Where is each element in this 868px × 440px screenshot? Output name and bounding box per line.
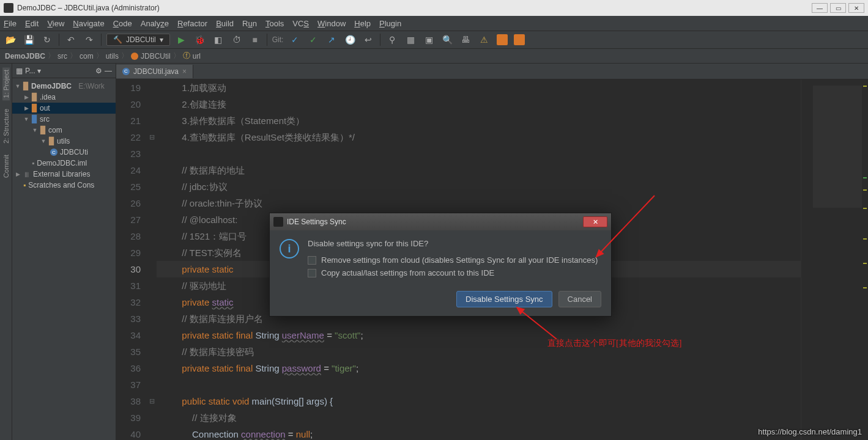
warning-icon[interactable]: ⚠ xyxy=(477,33,491,46)
toolbar: 📂 💾 ↻ ↶ ↷ 🔨 JDBCUtil ▾ ▶ 🐞 ◧ ⏱ ■ Git: ✓ … xyxy=(0,31,868,49)
tool-project[interactable]: 1: Project xyxy=(2,67,10,100)
class-file-icon: C xyxy=(50,148,57,156)
breadcrumb: DemoJDBC 〉 src 〉 com 〉 utils 〉 JDBCUtil … xyxy=(0,49,868,64)
hammer-icon: 🔨 xyxy=(113,35,122,44)
tree-src[interactable]: ▼▉ src xyxy=(12,114,116,125)
minimize-button[interactable]: — xyxy=(812,3,828,13)
screenshot-icon[interactable]: ▣ xyxy=(422,33,436,46)
menu-edit[interactable]: Edit xyxy=(25,19,39,28)
watermark: https://blog.csdn.net/daming1 xyxy=(758,427,862,436)
structure-icon[interactable]: ▦ xyxy=(404,33,417,46)
settings-sync-dialog: IDE Settings Sync ✕ i Disable settings s… xyxy=(269,213,612,317)
project-tree: ▼▉ DemoJDBC E:\Work ▶▉ .idea ▶▉ out ▼▉ s… xyxy=(12,78,116,193)
window-titlebar: DemoJDBC – JDBCUtil.java (Administrator)… xyxy=(0,0,868,16)
tool-commit[interactable]: Commit xyxy=(2,152,10,180)
left-tool-strip: 1: Project 2: Structure Commit xyxy=(0,64,12,440)
menu-code[interactable]: Code xyxy=(113,19,132,28)
breadcrumb-field[interactable]: url xyxy=(193,52,201,61)
stop-icon[interactable]: ■ xyxy=(248,33,262,46)
git-revert-icon[interactable]: ↩ xyxy=(362,33,375,46)
tree-utils[interactable]: ▼▉ utils xyxy=(12,136,116,147)
app-icon xyxy=(4,3,13,13)
gear-icon[interactable]: ⚙ xyxy=(95,67,102,75)
debug-icon[interactable]: 🐞 xyxy=(193,33,207,46)
checkbox-icon[interactable] xyxy=(308,269,316,277)
checkbox-icon[interactable] xyxy=(308,256,316,265)
tree-iml[interactable]: ▪ DemoJDBC.iml xyxy=(12,158,116,169)
tree-com[interactable]: ▼▉ com xyxy=(12,125,116,136)
menu-view[interactable]: View xyxy=(47,19,64,28)
checkbox-remove-cloud[interactable]: Remove settings from cloud (disables Set… xyxy=(308,255,601,265)
breadcrumb-utils[interactable]: utils xyxy=(106,52,119,61)
line-gutter: 1920212223242526272829303132333435363738… xyxy=(116,79,147,440)
menu-file[interactable]: File xyxy=(4,19,17,28)
redo-icon[interactable]: ↷ xyxy=(83,33,96,46)
class-icon: C xyxy=(122,68,130,75)
git-history-icon[interactable]: 🕘 xyxy=(343,33,357,46)
menu-run[interactable]: Run xyxy=(242,19,257,28)
close-tab-icon[interactable]: × xyxy=(182,67,187,76)
menu-navigate[interactable]: Navigate xyxy=(73,19,104,28)
plugin-icon-2[interactable] xyxy=(514,34,525,45)
printer-icon[interactable]: 🖶 xyxy=(459,33,472,46)
checkbox-copy-settings[interactable]: Copy actual/last settings from account t… xyxy=(308,268,601,277)
fold-column: ⊟⊟ xyxy=(147,79,157,440)
tree-root[interactable]: ▼▉ DemoJDBC E:\Work xyxy=(12,81,116,92)
profile-icon[interactable]: ⏱ xyxy=(230,33,243,46)
class-icon xyxy=(131,53,138,60)
dialog-titlebar[interactable]: IDE Settings Sync ✕ xyxy=(270,213,611,230)
menubar: File Edit View Navigate Code Analyze Ref… xyxy=(0,16,868,31)
disable-sync-button[interactable]: Disable Settings Sync xyxy=(456,291,552,307)
close-window-button[interactable]: ✕ xyxy=(848,3,864,13)
cancel-button[interactable]: Cancel xyxy=(558,291,601,307)
dialog-question: Disable settings sync for this IDE? xyxy=(308,239,601,248)
project-sidebar: ▦ P... ▾ ⚙ — ▼▉ DemoJDBC E:\Work ▶▉ .ide… xyxy=(12,64,116,440)
dialog-close-button[interactable]: ✕ xyxy=(583,216,607,227)
menu-window[interactable]: Window xyxy=(317,19,346,28)
dropdown-icon: ▾ xyxy=(160,35,163,44)
git-update-icon[interactable]: ✓ xyxy=(288,33,302,46)
breadcrumb-com[interactable]: com xyxy=(80,52,94,61)
dialog-app-icon xyxy=(273,217,283,227)
field-icon: ⓕ xyxy=(183,51,190,61)
tree-out[interactable]: ▶▉ out xyxy=(12,103,116,114)
folder-icon: ▦ xyxy=(16,67,23,75)
menu-plugin[interactable]: Plugin xyxy=(379,19,401,28)
editor-tabs: C JDBCUtil.java × xyxy=(116,64,868,79)
sidebar-header: ▦ P... ▾ ⚙ — xyxy=(12,64,116,78)
menu-vcs[interactable]: VCS xyxy=(292,19,309,28)
undo-icon[interactable]: ↶ xyxy=(64,33,78,46)
collapse-icon[interactable]: — xyxy=(105,67,112,75)
git-label: Git: xyxy=(272,35,284,44)
menu-analyze[interactable]: Analyze xyxy=(141,19,169,28)
plugin-icon-1[interactable] xyxy=(497,34,508,45)
run-config-selector[interactable]: 🔨 JDBCUtil ▾ xyxy=(106,34,170,46)
tree-jdbcutil[interactable]: C JDBCUti xyxy=(12,147,116,158)
breadcrumb-src[interactable]: src xyxy=(57,52,67,61)
tree-external-libraries[interactable]: ▶⫼ External Libraries xyxy=(12,169,116,180)
breadcrumb-root[interactable]: DemoJDBC xyxy=(5,52,45,61)
menu-refactor[interactable]: Refactor xyxy=(177,19,207,28)
maximize-button[interactable]: ▭ xyxy=(830,3,846,13)
git-commit-icon[interactable]: ✓ xyxy=(306,33,320,46)
menu-build[interactable]: Build xyxy=(216,19,234,28)
dialog-title: IDE Settings Sync xyxy=(287,218,346,226)
info-icon: i xyxy=(280,239,299,258)
tree-scratches[interactable]: ▪ Scratches and Cons xyxy=(12,180,116,191)
menu-help[interactable]: Help xyxy=(354,19,371,28)
save-icon[interactable]: 💾 xyxy=(22,33,35,46)
breadcrumb-class[interactable]: JDBCUtil xyxy=(141,52,171,61)
open-icon[interactable]: 📂 xyxy=(4,33,17,46)
search-icon[interactable]: ⚲ xyxy=(385,33,399,46)
tree-idea[interactable]: ▶▉ .idea xyxy=(12,92,116,103)
menu-tools[interactable]: Tools xyxy=(265,19,284,28)
run-icon[interactable]: ▶ xyxy=(175,33,188,46)
tab-jdbcutil[interactable]: C JDBCUtil.java × xyxy=(116,65,193,78)
find-icon[interactable]: 🔍 xyxy=(440,33,454,46)
minimap[interactable] xyxy=(801,79,868,440)
tool-structure[interactable]: 2: Structure xyxy=(2,106,10,146)
refresh-icon[interactable]: ↻ xyxy=(40,33,54,46)
window-title: DemoJDBC – JDBCUtil.java (Administrator) xyxy=(17,4,160,12)
coverage-icon[interactable]: ◧ xyxy=(212,33,225,46)
git-push-icon[interactable]: ↗ xyxy=(325,33,338,46)
